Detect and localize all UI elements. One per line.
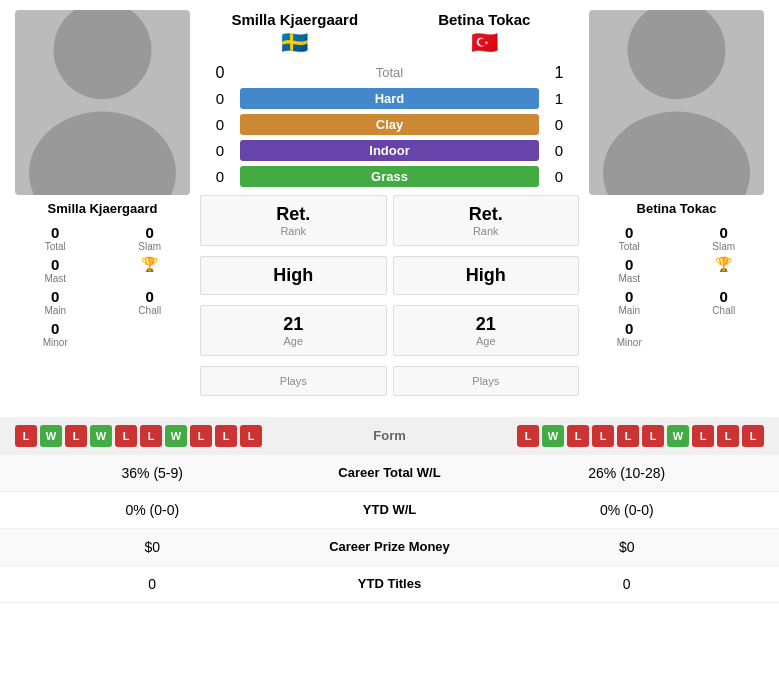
left-info-boxes: Ret. Rank High 21 Age Plays [200, 195, 387, 401]
left-chall-label: Chall [105, 305, 196, 316]
right-mast-label: Mast [584, 273, 675, 284]
right-slam-value: 0 [679, 224, 770, 241]
right-minor-value: 0 [584, 320, 675, 337]
career-stat-left: $0 [15, 539, 290, 555]
right-player-avatar [589, 10, 764, 195]
form-badge-right: L [567, 425, 589, 447]
form-badge-left: L [240, 425, 262, 447]
left-player-name: Smilla Kjaergaard [48, 201, 158, 216]
clay-score-left: 0 [200, 116, 240, 133]
grass-badge: Grass [240, 166, 539, 187]
form-section: LWLWLLWLLL Form LWLLLLWLLL [0, 417, 779, 455]
form-right: LWLLLLWLLL [450, 425, 765, 447]
form-badge-left: L [115, 425, 137, 447]
left-rank-label: Rank [207, 225, 380, 237]
left-player-stats: 0 Total 0 Slam 0 Mast 🏆 0 Main 0 [10, 224, 195, 348]
career-stat-label: YTD W/L [290, 502, 490, 517]
career-stat-row: 0YTD Titles0 [0, 566, 779, 603]
grass-score-right: 0 [539, 168, 579, 185]
clay-badge: Clay [240, 114, 539, 135]
left-plays-box: Plays [200, 366, 387, 396]
svg-point-2 [628, 10, 726, 99]
right-age-value: 21 [400, 314, 573, 335]
indoor-badge: Indoor [240, 140, 539, 161]
right-name-header: Betina Tokac [390, 10, 580, 30]
grass-badge-container: Grass [240, 166, 539, 187]
left-age-box: 21 Age [200, 305, 387, 356]
right-main-stat: 0 Main [584, 288, 675, 316]
right-slam-label: Slam [679, 241, 770, 252]
right-trophy-icon: 🏆 [679, 256, 770, 284]
form-left: LWLWLLWLLL [15, 425, 330, 447]
form-badge-right: L [717, 425, 739, 447]
left-main-stat: 0 Main [10, 288, 101, 316]
career-stat-right: $0 [490, 539, 765, 555]
career-stat-left: 0 [15, 576, 290, 592]
career-stat-left: 0% (0-0) [15, 502, 290, 518]
left-chall-value: 0 [105, 288, 196, 305]
form-badge-left: L [190, 425, 212, 447]
form-badge-right: L [617, 425, 639, 447]
left-trophy-icon: 🏆 [105, 256, 196, 284]
right-age-label: Age [400, 335, 573, 347]
form-badge-right: L [642, 425, 664, 447]
left-mast-stat: 0 Mast [10, 256, 101, 284]
left-main-value: 0 [10, 288, 101, 305]
indoor-score-row: 0 Indoor 0 [200, 140, 579, 161]
right-minor-label: Minor [584, 337, 675, 348]
right-age-box: 21 Age [393, 305, 580, 356]
form-badge-right: L [692, 425, 714, 447]
right-flag: 🇹🇷 [390, 30, 580, 56]
center-header-row: Smilla Kjaergaard 🇸🇪 Betina Tokac 🇹🇷 [200, 10, 579, 56]
left-slam-label: Slam [105, 241, 196, 252]
right-high-box: High [393, 256, 580, 295]
right-mast-stat: 0 Mast [584, 256, 675, 284]
form-badge-left: W [165, 425, 187, 447]
left-rank-value: Ret. [207, 204, 380, 225]
hard-score-right: 1 [539, 90, 579, 107]
grass-score-row: 0 Grass 0 [200, 166, 579, 187]
career-stat-row: $0Career Prize Money$0 [0, 529, 779, 566]
left-age-label: Age [207, 335, 380, 347]
right-chall-stat: 0 Chall [679, 288, 770, 316]
career-stat-row: 36% (5-9)Career Total W/L26% (10-28) [0, 455, 779, 492]
clay-score-right: 0 [539, 116, 579, 133]
right-player-stats: 0 Total 0 Slam 0 Mast 🏆 0 Main 0 [584, 224, 769, 348]
total-label: Total [240, 65, 539, 80]
form-badge-right: W [542, 425, 564, 447]
form-badge-left: L [215, 425, 237, 447]
indoor-badge-container: Indoor [240, 140, 539, 161]
form-badge-left: W [40, 425, 62, 447]
indoor-score-right: 0 [539, 142, 579, 159]
right-plays-value: Plays [400, 375, 573, 387]
form-badge-right: L [742, 425, 764, 447]
left-plays-value: Plays [207, 375, 380, 387]
left-player-header: Smilla Kjaergaard 🇸🇪 [200, 10, 390, 56]
left-mast-label: Mast [10, 273, 101, 284]
svg-point-1 [29, 111, 176, 195]
right-main-value: 0 [584, 288, 675, 305]
left-minor-label: Minor [10, 337, 101, 348]
stats-table: 36% (5-9)Career Total W/L26% (10-28)0% (… [0, 455, 779, 603]
left-minor-stat: 0 Minor [10, 320, 101, 348]
left-flag: 🇸🇪 [200, 30, 390, 56]
comparison-top: Smilla Kjaergaard 0 Total 0 Slam 0 Mast … [0, 0, 779, 411]
career-stat-label: Career Total W/L [290, 465, 490, 480]
left-chall-stat: 0 Chall [105, 288, 196, 316]
right-rank-value: Ret. [400, 204, 573, 225]
form-badge-right: L [592, 425, 614, 447]
main-container: Smilla Kjaergaard 0 Total 0 Slam 0 Mast … [0, 0, 779, 603]
career-stat-row: 0% (0-0)YTD W/L0% (0-0) [0, 492, 779, 529]
hard-badge-container: Hard [240, 88, 539, 109]
career-stat-right: 0% (0-0) [490, 502, 765, 518]
form-badge-right: L [517, 425, 539, 447]
center-section: Smilla Kjaergaard 🇸🇪 Betina Tokac 🇹🇷 0 T… [200, 10, 579, 401]
left-name-header: Smilla Kjaergaard [200, 10, 390, 30]
right-slam-stat: 0 Slam [679, 224, 770, 252]
left-main-label: Main [10, 305, 101, 316]
form-center-label: Form [330, 428, 450, 443]
career-stat-right: 0 [490, 576, 765, 592]
indoor-score-left: 0 [200, 142, 240, 159]
clay-badge-container: Clay [240, 114, 539, 135]
total-score-row: 0 Total 1 [200, 64, 579, 82]
